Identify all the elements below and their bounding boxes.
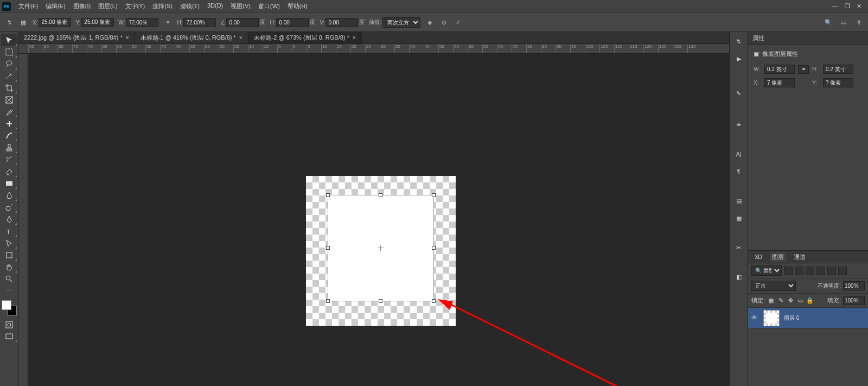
arrange-icon[interactable]: ▭ [839,17,848,27]
transform-box[interactable] [328,195,434,301]
lock-position-icon[interactable]: ✥ [787,297,794,305]
panel-icon-a[interactable]: ▤ [733,196,744,206]
doc-tab-2[interactable]: 未标题-1 @ 418% (图层 0, RGB/8) *× [135,32,248,43]
blend-mode-select[interactable]: 正常 [751,281,796,291]
handle-bm[interactable] [379,299,382,303]
vertical-ruler[interactable] [18,54,28,386]
eraser-tool[interactable] [1,166,17,178]
menu-type[interactable]: 文字(Y) [122,1,149,12]
edit-toolbar[interactable]: ⋯ [1,285,17,297]
h-input[interactable] [183,18,216,27]
eyedropper-tool[interactable] [1,106,17,118]
para-panel-icon[interactable]: ¶ [733,167,744,176]
layer-thumb[interactable] [763,310,780,326]
ref-point-icon[interactable]: ▦ [18,17,28,27]
pen-tool[interactable] [1,213,17,225]
clone-panel-icon[interactable]: ≗ [733,120,744,130]
search-icon[interactable]: 🔍 [824,17,833,27]
prop-x-input[interactable] [764,78,795,87]
lock-brush-icon[interactable]: ✎ [777,297,784,305]
stamp-tool[interactable] [1,142,17,154]
link-dims-icon[interactable]: ⚭ [798,65,809,74]
zoom-tool[interactable] [1,273,17,285]
filter-toggle-icon[interactable] [838,267,847,275]
history-panel-icon[interactable]: ↯ [733,36,744,46]
prop-w-input[interactable] [764,65,795,74]
handle-br[interactable] [432,299,436,303]
doc-tab-1[interactable]: 2222.jpg @ 195% (图层 1, RGB/8#) *× [18,32,135,43]
layers-tab[interactable]: 图层 [770,252,786,262]
lock-all-icon[interactable]: 🔒 [806,297,814,305]
menu-edit[interactable]: 编辑(E) [42,1,69,12]
close-tab-icon[interactable]: × [353,35,356,41]
color-swatches[interactable] [2,300,17,315]
dodge-tool[interactable] [1,201,17,213]
play-icon[interactable]: ▶ [733,54,744,64]
lasso-tool[interactable] [1,58,17,70]
handle-ml[interactable] [326,246,330,250]
menu-window[interactable]: 窗口(W) [255,1,283,12]
3d-tab[interactable]: 3D [752,252,764,261]
x-input[interactable] [39,18,71,27]
transform-center-icon[interactable] [378,245,384,251]
hskew-input[interactable] [276,18,309,27]
menu-file[interactable]: 文件(F) [15,1,41,12]
menu-select[interactable]: 选择(S) [149,1,176,12]
filter-type-select[interactable]: 🔍 类型 [751,265,782,276]
filter-smart-icon[interactable] [827,267,836,275]
brush-tool[interactable] [1,130,17,142]
move-tool[interactable] [1,34,17,46]
path-select-tool[interactable] [1,237,17,249]
heal-tool[interactable] [1,118,17,130]
type-tool[interactable]: T [1,225,17,237]
menu-layer[interactable]: 图层(L) [95,1,120,12]
minimize-icon[interactable]: — [832,3,838,10]
angle-input[interactable] [226,18,259,27]
canvas[interactable] [28,54,729,386]
foreground-color[interactable] [2,300,11,310]
vskew-input[interactable] [326,18,358,27]
char-panel-icon[interactable]: A| [733,149,744,159]
transform-tool-icon[interactable]: ↯ [4,17,14,27]
restore-icon[interactable]: ❐ [845,3,850,10]
prop-h-input[interactable] [823,65,853,74]
filter-type-icon[interactable] [806,267,814,275]
lock-pixels-icon[interactable]: ▦ [767,297,775,305]
blur-tool[interactable] [1,189,17,201]
visibility-icon[interactable]: 👁 [751,314,759,322]
channels-tab[interactable]: 通道 [792,252,808,262]
handle-bl[interactable] [326,299,330,303]
interp-select[interactable]: 两次立方 [382,17,420,28]
filter-pixel-icon[interactable] [784,267,793,275]
close-tab-icon[interactable]: × [239,35,242,41]
doc-tab-3[interactable]: 未标题-2 @ 673% (图层 0, RGB/8) *× [248,32,362,43]
screenmode-icon[interactable] [1,331,17,343]
menu-3d[interactable]: 3D(D) [204,1,226,12]
crop-tool[interactable] [1,82,17,94]
cancel-transform-icon[interactable]: ⊘ [439,17,449,27]
handle-tr[interactable] [432,193,436,197]
y-input[interactable] [81,18,114,27]
handle-mr[interactable] [432,246,436,250]
gradient-tool[interactable] [1,178,17,189]
layer-row[interactable]: 👁 图层 0 [748,308,868,328]
shape-tool[interactable] [1,249,17,261]
menu-image[interactable]: 图像(I) [70,1,94,12]
filter-shape-icon[interactable] [816,267,825,275]
share-icon[interactable]: ⇪ [854,17,864,27]
hand-tool[interactable] [1,261,17,273]
handle-tl[interactable] [326,193,330,197]
opacity-input[interactable] [843,281,865,290]
brush-panel-icon[interactable]: ✎ [733,88,744,98]
filter-adjust-icon[interactable] [795,267,803,275]
commit-transform-icon[interactable]: ✓ [453,17,463,27]
link-wh-icon[interactable]: ⚭ [163,17,173,27]
frame-tool[interactable] [1,94,17,106]
fill-input[interactable] [843,296,865,305]
close-tab-icon[interactable]: × [126,35,129,41]
menu-filter[interactable]: 滤镜(T) [177,1,203,12]
rect-marquee-tool[interactable] [1,46,17,58]
handle-tm[interactable] [379,193,382,197]
lock-artboard-icon[interactable]: ▭ [796,297,804,305]
magic-wand-tool[interactable] [1,70,17,82]
